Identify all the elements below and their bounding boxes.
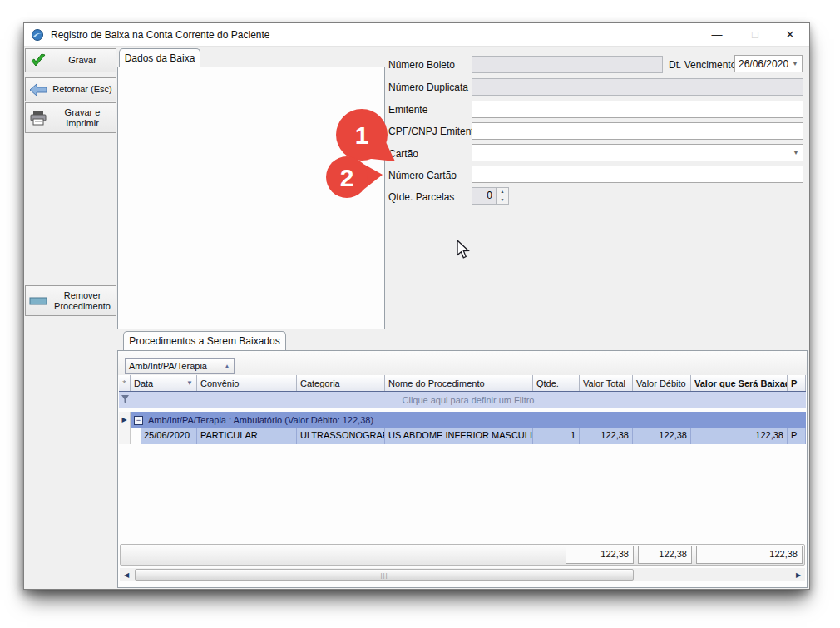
procedimentos-grid-panel: Amb/Int/PA/Terapia ▲ * Data ▼ Convênio C…	[117, 350, 808, 588]
page: Registro de Baixa na Conta Corrente do P…	[0, 0, 840, 628]
mouse-cursor	[457, 240, 472, 260]
tab-procedimentos[interactable]: Procedimentos a Serem Baixados	[123, 331, 286, 350]
callout-2: 2	[322, 155, 383, 200]
cpf-cnpj-emitente-input[interactable]	[472, 122, 803, 140]
remove-bar-icon	[29, 296, 47, 306]
grid-data-row[interactable]: 25/06/2020 PARTICULAR ULTRASSONOGRAFI US…	[119, 428, 806, 444]
titlebar: Registro de Baixa na Conta Corrente do P…	[24, 23, 809, 47]
column-header-convenio[interactable]: Convênio	[197, 375, 297, 391]
maximize-button[interactable]: □	[743, 23, 768, 47]
window-title: Registro de Baixa na Conta Corrente do P…	[51, 23, 270, 47]
group-pointer-icon: ▶	[119, 412, 131, 428]
grid-header-row: * Data ▼ Convênio Categoria Nome do Proc…	[119, 375, 806, 392]
minimize-button[interactable]: —	[704, 23, 729, 47]
row-indicator-icon: *	[119, 375, 131, 391]
cpf-cnpj-emitente-label: CPF/CNPJ Emitente	[388, 126, 479, 137]
column-header-valor-baixado[interactable]: Valor que Será Baixado	[691, 375, 788, 391]
qtde-parcelas-label: Qtde. Parcelas	[388, 191, 454, 203]
column-header-clipped[interactable]: P	[788, 375, 806, 391]
emitente-input[interactable]	[472, 101, 803, 118]
column-header-nome[interactable]: Nome do Procedimento	[385, 375, 533, 391]
grid-group-row[interactable]: ▶ − Amb/Int/PA/Terapia : Ambulatório (Va…	[119, 412, 806, 428]
cell-data: 25/06/2020	[141, 428, 197, 444]
column-header-data[interactable]: Data ▼	[131, 375, 197, 391]
sort-desc-icon: ▼	[186, 379, 193, 387]
horizontal-scrollbar[interactable]: ◀ ||| ▶	[120, 568, 805, 581]
cell-valor-debito: 122,38	[633, 428, 691, 444]
dropdown-arrow-icon[interactable]: ▼	[788, 60, 802, 67]
cell-convenio: PARTICULAR	[197, 428, 297, 444]
column-header-qtde[interactable]: Qtde.	[533, 375, 580, 391]
cell-categoria: ULTRASSONOGRAFI	[297, 428, 385, 444]
callout-2-number: 2	[340, 164, 354, 191]
scroll-left-icon[interactable]: ◀	[120, 571, 133, 579]
cell-nome: US ABDOME INFERIOR MASCULINO	[385, 428, 533, 444]
spin-down-icon[interactable]: ▼	[497, 196, 508, 205]
column-header-categoria[interactable]: Categoria	[297, 375, 385, 391]
numero-duplicata-input	[472, 78, 803, 96]
cell-qtde: 1	[533, 428, 580, 444]
group-row-text: Amb/Int/PA/Terapia : Ambulatório (Valor …	[148, 415, 373, 425]
cartao-combobox[interactable]: ▼	[472, 144, 803, 161]
dt-vencimento-label: Dt. Vencimento	[669, 59, 736, 71]
numero-boleto-input	[472, 56, 663, 73]
numero-cartao-input[interactable]	[472, 166, 803, 183]
gravar-imprimir-button[interactable]: Gravar e Imprimir	[25, 102, 116, 133]
total-valor-total: 122,38	[566, 546, 634, 564]
back-arrow-icon	[29, 83, 47, 96]
close-button[interactable]: ✕	[778, 23, 803, 47]
check-icon	[29, 53, 47, 68]
scroll-right-icon[interactable]: ▶	[792, 571, 805, 579]
total-valor-debito: 122,38	[638, 546, 692, 564]
app-icon	[31, 28, 44, 42]
cell-valor-baixado: 122,38	[691, 428, 788, 444]
dropdown-arrow-icon[interactable]: ▼	[789, 149, 803, 156]
scrollbar-thumb[interactable]: |||	[135, 569, 634, 581]
cell-valor-total: 122,38	[580, 428, 633, 444]
numero-cartao-label: Número Cartão	[388, 170, 457, 181]
total-valor-baixado: 122,38	[696, 546, 803, 564]
tab-dados-da-baixa[interactable]: Dados da Baixa	[119, 48, 200, 67]
callout-1-number: 1	[355, 121, 369, 149]
column-header-valor-total[interactable]: Valor Total	[580, 375, 633, 391]
retornar-button[interactable]: Retornar (Esc)	[25, 77, 116, 101]
printer-icon	[29, 110, 47, 126]
collapse-icon[interactable]: −	[134, 416, 143, 425]
sort-asc-icon: ▲	[224, 363, 230, 370]
group-by-box[interactable]: Amb/Int/PA/Terapia ▲	[125, 358, 235, 374]
grid-filter-row[interactable]: Clique aqui para definir um Filtro	[119, 392, 806, 408]
column-header-valor-debito[interactable]: Valor Débito	[633, 375, 691, 391]
filter-funnel-icon	[119, 395, 131, 405]
spin-up-icon[interactable]: ▲	[497, 188, 508, 196]
qtde-parcelas-stepper[interactable]: 0 ▲ ▼	[472, 187, 509, 205]
remover-procedimento-button[interactable]: Remover Procedimento	[25, 285, 116, 316]
app-window: Registro de Baixa na Conta Corrente do P…	[23, 22, 810, 590]
numero-boleto-label: Número Boleto	[388, 59, 455, 71]
cell-clipped: P	[788, 428, 806, 444]
numero-duplicata-label: Número Duplicata	[388, 82, 468, 93]
gravar-button[interactable]: Gravar	[25, 48, 116, 72]
dt-vencimento-combobox[interactable]: 26/06/2020 ▼	[734, 55, 803, 72]
